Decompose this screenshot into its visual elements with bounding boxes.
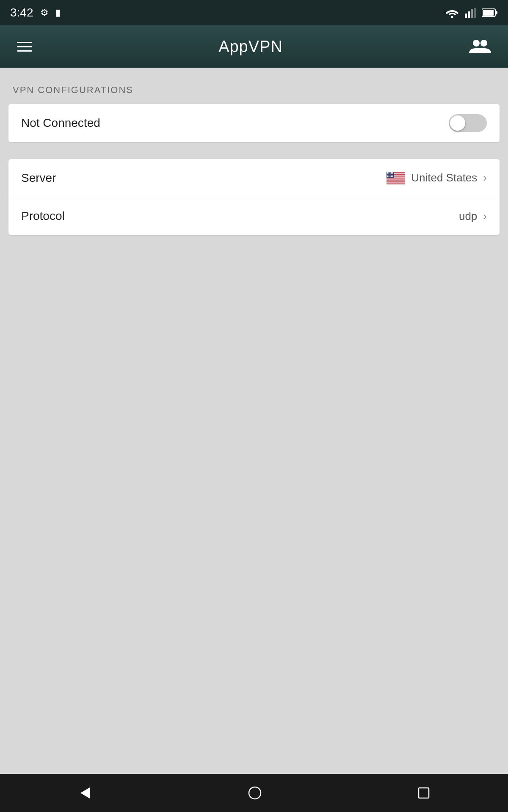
section-label: VPN CONFIGURATIONS <box>8 85 500 96</box>
svg-point-27 <box>392 173 393 174</box>
svg-point-9 <box>480 40 487 47</box>
profile-icon <box>469 36 491 55</box>
svg-rect-6 <box>483 10 494 16</box>
protocol-value-text: udp <box>459 210 477 223</box>
svg-point-25 <box>390 173 391 174</box>
status-bar: 3:42 ⚙ ▮ <box>0 0 508 25</box>
svg-rect-2 <box>468 11 470 18</box>
svg-point-32 <box>392 175 393 176</box>
svg-point-23 <box>387 173 388 174</box>
svg-point-39 <box>249 787 261 799</box>
us-flag-icon <box>387 172 405 184</box>
svg-point-31 <box>391 175 392 176</box>
home-icon <box>248 786 262 800</box>
svg-point-28 <box>387 175 388 176</box>
protocol-row[interactable]: Protocol udp › <box>8 197 500 235</box>
svg-point-22 <box>392 172 393 173</box>
svg-rect-1 <box>465 14 467 18</box>
protocol-chevron-icon: › <box>483 210 487 223</box>
recent-icon <box>417 787 430 799</box>
svg-point-26 <box>391 173 392 174</box>
svg-point-18 <box>387 172 388 173</box>
protocol-value: udp › <box>459 210 487 223</box>
battery-icon <box>482 8 498 17</box>
svg-rect-4 <box>474 8 476 18</box>
toggle-knob <box>450 115 465 131</box>
svg-point-19 <box>389 172 389 173</box>
menu-button[interactable] <box>13 38 36 56</box>
settings-status-icon: ⚙ <box>40 7 49 18</box>
svg-marker-38 <box>80 787 90 798</box>
status-time: 3:42 <box>10 6 33 19</box>
connection-status-label: Not Connected <box>21 116 100 130</box>
bottom-nav <box>0 774 508 812</box>
svg-rect-3 <box>471 9 473 18</box>
main-content: VPN CONFIGURATIONS Not Connected Server <box>0 68 508 774</box>
svg-rect-40 <box>419 788 429 798</box>
hamburger-line-3 <box>17 50 32 52</box>
hamburger-line-2 <box>17 46 32 47</box>
wifi-icon <box>445 8 459 18</box>
back-button[interactable] <box>52 777 118 809</box>
connection-row: Not Connected <box>8 104 500 142</box>
svg-point-29 <box>389 175 389 176</box>
back-icon <box>78 786 92 800</box>
server-value: United States › <box>387 171 487 184</box>
status-bar-right <box>445 8 498 18</box>
connection-card: Not Connected <box>8 104 500 142</box>
profile-button[interactable] <box>465 32 495 61</box>
svg-point-20 <box>390 172 391 173</box>
svg-rect-14 <box>387 178 405 179</box>
sim-status-icon: ▮ <box>55 7 61 18</box>
server-chevron-icon: › <box>483 171 487 184</box>
settings-card: Server <box>8 159 500 235</box>
recent-button[interactable] <box>392 778 456 808</box>
server-row[interactable]: Server <box>8 159 500 197</box>
svg-point-36 <box>391 176 392 177</box>
app-title: AppVPN <box>218 38 283 56</box>
svg-point-35 <box>390 176 391 177</box>
signal-icon <box>465 8 476 18</box>
svg-point-21 <box>391 172 392 173</box>
server-label: Server <box>21 171 56 185</box>
svg-rect-16 <box>387 182 405 183</box>
svg-rect-15 <box>387 180 405 181</box>
app-bar: AppVPN <box>0 25 508 68</box>
svg-rect-7 <box>496 11 497 14</box>
status-bar-left: 3:42 ⚙ ▮ <box>10 6 61 19</box>
vpn-toggle[interactable] <box>449 114 487 132</box>
protocol-label: Protocol <box>21 209 65 223</box>
home-button[interactable] <box>222 777 287 809</box>
svg-point-24 <box>389 173 389 174</box>
hamburger-line-1 <box>17 42 32 43</box>
svg-point-33 <box>387 176 388 177</box>
server-value-text: United States <box>411 171 477 184</box>
svg-point-34 <box>389 176 389 177</box>
svg-point-30 <box>390 175 391 176</box>
svg-point-37 <box>392 176 393 177</box>
svg-point-8 <box>473 40 480 47</box>
svg-point-0 <box>451 16 453 18</box>
